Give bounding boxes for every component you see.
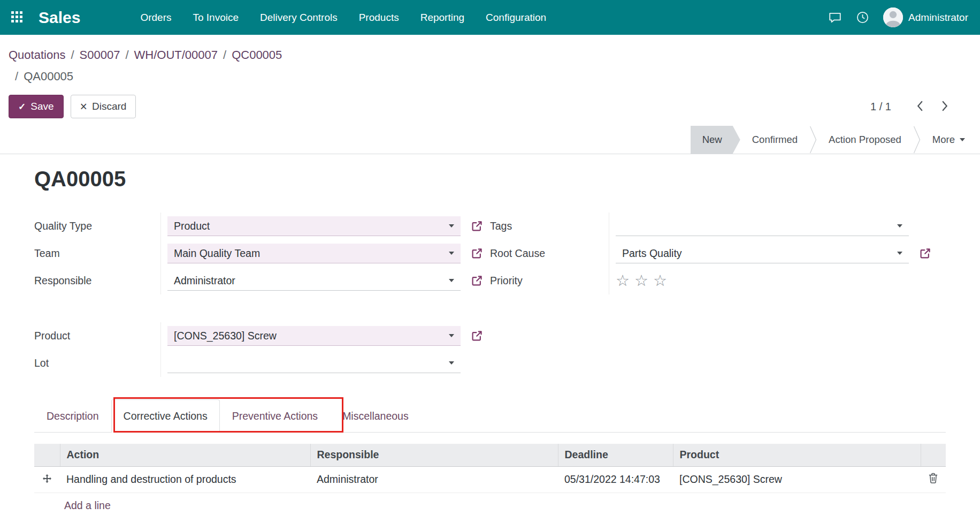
lot-select[interactable] — [167, 353, 461, 373]
user-menu[interactable]: Administrator — [883, 7, 968, 27]
notebook-tabs: Description Corrective Actions Preventiv… — [34, 399, 946, 433]
field-responsible: Responsible Administrator — [34, 267, 490, 294]
responsible-select[interactable]: Administrator — [167, 271, 461, 291]
product-select[interactable]: [CONS_25630] Screw — [167, 326, 461, 346]
breadcrumb-line-2: /QA00005 — [9, 66, 971, 87]
form-sheet: QA00005 Quality Type Product — [0, 154, 980, 512]
tab-preventive-actions[interactable]: Preventive Actions — [220, 399, 330, 433]
navbar-systray: Administrator — [828, 7, 980, 27]
cell-deadline[interactable]: 05/31/2022 14:47:03 — [558, 466, 673, 493]
cell-responsible[interactable]: Administrator — [310, 466, 558, 493]
menu-item-configuration[interactable]: Configuration — [475, 0, 557, 35]
breadcrumb-link-qc00005[interactable]: QC00005 — [232, 48, 282, 62]
breadcrumb-current: QA00005 — [24, 70, 73, 83]
status-step-new-label: New — [702, 134, 722, 146]
menu-item-reporting[interactable]: Reporting — [410, 0, 475, 35]
lot-label: Lot — [34, 357, 160, 369]
table-row[interactable]: Handling and destruction of products Adm… — [34, 466, 946, 493]
menu-item-orders[interactable]: Orders — [129, 0, 182, 35]
breadcrumb: Quotations/S00007/WH/OUT/00007/QC00005 /… — [9, 44, 971, 87]
star-icon[interactable]: ☆ — [653, 273, 667, 289]
delete-row-trash-icon[interactable] — [928, 473, 938, 483]
field-group-main: Quality Type Product Team — [34, 213, 490, 294]
status-more-label: More — [932, 134, 955, 146]
control-panel: Quotations/S00007/WH/OUT/00007/QC00005 /… — [0, 35, 980, 118]
form-right-column: Tags Root Cause Parts Quality — [490, 213, 946, 377]
quality-type-select[interactable]: Product — [167, 216, 461, 236]
product-value: [CONS_25630] Screw — [174, 330, 277, 342]
check-icon: ✓ — [18, 101, 26, 112]
star-icon[interactable]: ☆ — [616, 273, 630, 289]
quality-type-external-link-icon[interactable] — [471, 220, 483, 232]
add-a-line-link[interactable]: Add a line — [34, 493, 111, 512]
field-group-product: Product [CONS_25630] Screw Lot — [34, 322, 490, 377]
chevron-down-icon — [960, 138, 965, 141]
tags-select[interactable] — [616, 216, 909, 236]
root-cause-external-link-icon[interactable] — [919, 247, 931, 260]
star-icon[interactable]: ☆ — [634, 273, 648, 289]
breadcrumb-separator: / — [15, 70, 24, 83]
status-step-new[interactable]: New — [691, 126, 740, 154]
menu-item-to-invoice[interactable]: To Invoice — [182, 0, 249, 35]
top-navbar: Sales Orders To Invoice Delivery Control… — [0, 0, 980, 35]
quality-type-label: Quality Type — [34, 220, 160, 232]
column-header-delete — [921, 444, 946, 466]
dropdown-caret-icon — [449, 361, 454, 365]
tab-description[interactable]: Description — [34, 399, 111, 433]
responsible-value: Administrator — [174, 275, 235, 287]
column-header-product[interactable]: Product — [673, 444, 921, 466]
team-external-link-icon[interactable] — [471, 247, 483, 260]
status-separator-icon — [913, 126, 921, 154]
pager-next-button[interactable] — [932, 100, 958, 113]
root-cause-select[interactable]: Parts Quality — [616, 244, 909, 263]
product-external-link-icon[interactable] — [471, 330, 483, 342]
menu-item-products[interactable]: Products — [348, 0, 410, 35]
breadcrumb-link-s00007[interactable]: S00007 — [80, 48, 120, 62]
avatar — [883, 7, 903, 27]
root-cause-value: Parts Quality — [622, 247, 682, 260]
tab-miscellaneous[interactable]: Miscellaneous — [330, 399, 421, 433]
responsible-label: Responsible — [34, 275, 160, 287]
column-header-action[interactable]: Action — [60, 444, 310, 466]
breadcrumb-link-wh-out[interactable]: WH/OUT/00007 — [134, 48, 218, 62]
drag-handle-icon[interactable] — [43, 474, 51, 483]
status-step-action-proposed-label: Action Proposed — [829, 134, 901, 146]
tab-corrective-actions-label: Corrective Actions — [124, 410, 208, 422]
team-select[interactable]: Main Quality Team — [167, 244, 461, 263]
save-button[interactable]: ✓ Save — [9, 95, 64, 118]
activities-clock-icon[interactable] — [856, 11, 869, 24]
cell-action[interactable]: Handling and destruction of products — [60, 466, 310, 493]
status-step-confirmed[interactable]: Confirmed — [740, 126, 809, 154]
statusbar-row: New Confirmed Action Proposed More — [0, 126, 980, 154]
menu-item-delivery-controls[interactable]: Delivery Controls — [249, 0, 348, 35]
form-left-column: Quality Type Product Team — [34, 213, 490, 377]
product-label: Product — [34, 330, 160, 342]
record-title: QA00005 — [34, 167, 946, 191]
priority-label: Priority — [490, 275, 609, 287]
field-lot: Lot — [34, 350, 490, 377]
apps-menu-button[interactable] — [0, 0, 33, 35]
responsible-external-link-icon[interactable] — [471, 275, 483, 287]
tags-label: Tags — [490, 220, 609, 232]
cell-product[interactable]: [CONS_25630] Screw — [673, 466, 921, 493]
dropdown-caret-icon — [449, 334, 454, 337]
chevron-left-icon — [916, 100, 923, 113]
status-separator-icon — [809, 126, 817, 154]
pager-previous-button[interactable] — [907, 100, 932, 113]
dropdown-caret-icon — [449, 224, 454, 228]
tab-description-label: Description — [47, 410, 99, 422]
status-step-action-proposed[interactable]: Action Proposed — [817, 126, 913, 154]
column-header-deadline[interactable]: Deadline — [558, 444, 673, 466]
column-header-handle — [34, 444, 60, 466]
dropdown-caret-icon — [897, 224, 902, 228]
status-more-dropdown[interactable]: More — [921, 126, 975, 154]
messages-icon[interactable] — [828, 11, 842, 24]
statusbar: New Confirmed Action Proposed More — [691, 126, 980, 154]
x-icon: × — [80, 102, 87, 111]
tab-corrective-actions[interactable]: Corrective Actions — [111, 399, 220, 433]
breadcrumb-link-quotations[interactable]: Quotations — [9, 48, 65, 62]
app-name[interactable]: Sales — [39, 9, 80, 27]
column-header-responsible[interactable]: Responsible — [310, 444, 558, 466]
field-tags: Tags — [490, 213, 946, 240]
discard-button[interactable]: × Discard — [71, 95, 136, 118]
